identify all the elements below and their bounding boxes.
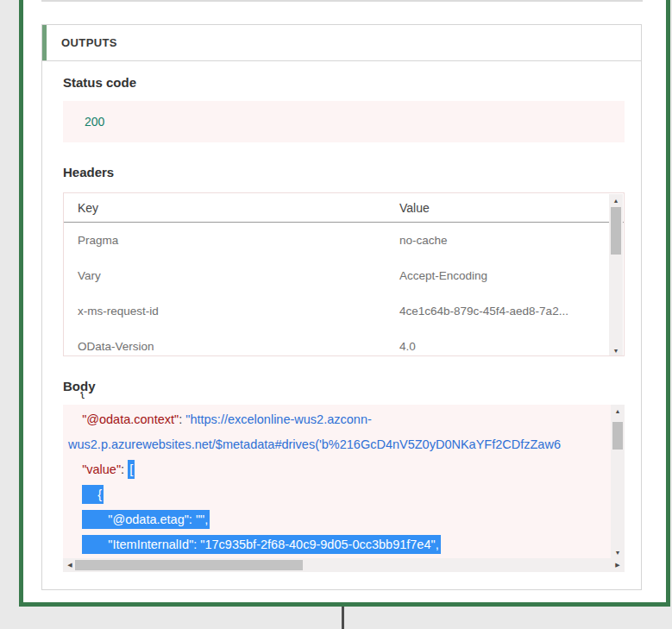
scroll-up-icon[interactable]: ▲ bbox=[609, 194, 623, 206]
json-text bbox=[68, 487, 82, 501]
scroll-down-icon[interactable]: ▼ bbox=[611, 546, 625, 558]
body-json-line: wus2.p.azurewebsites.net/$metadata#drive… bbox=[68, 432, 611, 457]
header-row: VaryAccept-Encoding bbox=[64, 258, 624, 293]
json-text: "https://excelonline-wus2.azconn- bbox=[185, 412, 372, 426]
scroll-down-icon[interactable]: ▼ bbox=[609, 344, 623, 356]
headers-table-head: Key Value bbox=[64, 193, 624, 223]
header-value-cell: Accept-Encoding bbox=[399, 269, 624, 282]
header-key-cell: Pragma bbox=[64, 234, 399, 247]
headers-table: Key Value Pragmano-cacheVaryAccept-Encod… bbox=[63, 192, 625, 356]
headers-table-vertical-scrollbar[interactable]: ▲ ▼ bbox=[609, 194, 623, 356]
body-json-line: "@odata.context": "https://excelonline-w… bbox=[68, 407, 611, 432]
json-text bbox=[68, 513, 82, 526]
selected-json-text: { bbox=[82, 485, 104, 504]
outputs-card: OUTPUTS Status code 200 Headers Key Valu… bbox=[41, 24, 642, 590]
flow-run-canvas: OUTPUTS Status code 200 Headers Key Valu… bbox=[0, 0, 672, 629]
body-json-line: "value": [ bbox=[68, 457, 611, 482]
json-text bbox=[68, 412, 82, 426]
selected-json-text: "@odata.etag": "", bbox=[82, 510, 210, 529]
body-vertical-scrollbar[interactable]: ▲ ▼ bbox=[611, 405, 625, 558]
key-column-header: Key bbox=[64, 201, 399, 215]
body-code[interactable]: "@odata.context": "https://excelonline-w… bbox=[63, 405, 611, 558]
body-horizontal-scrollbar[interactable]: ◀ ▶ bbox=[63, 558, 625, 572]
header-row: Pragmano-cache bbox=[64, 223, 624, 258]
outputs-accent-bar bbox=[42, 25, 47, 60]
outputs-section-header: OUTPUTS bbox=[42, 25, 641, 61]
headers-table-rows: Pragmano-cacheVaryAccept-Encodingx-ms-re… bbox=[64, 223, 624, 356]
headers-label: Headers bbox=[63, 165, 114, 179]
value-column-header: Value bbox=[399, 201, 624, 215]
scroll-right-icon[interactable]: ▶ bbox=[611, 558, 625, 572]
json-text: "@odata.context" bbox=[82, 412, 179, 426]
json-text: : bbox=[121, 462, 128, 476]
json-text bbox=[68, 538, 82, 551]
flow-connector-line bbox=[342, 607, 344, 629]
clipped-json-brace: { bbox=[80, 392, 91, 403]
body-raw-output-box: "@odata.context": "https://excelonline-w… bbox=[63, 405, 625, 572]
outputs-section-title: OUTPUTS bbox=[61, 36, 117, 49]
header-key-cell: Vary bbox=[64, 269, 399, 282]
json-text: wus2.p.azurewebsites.net/$metadata#drive… bbox=[68, 437, 561, 451]
upper-card-divider bbox=[41, 0, 643, 2]
header-value-cell: 4ce1c64b-879c-45f4-aed8-7a2... bbox=[399, 305, 624, 318]
selected-json-text: [ bbox=[128, 460, 135, 479]
body-json-line: { bbox=[68, 482, 611, 507]
json-text bbox=[68, 462, 82, 476]
headers-scrollbar-thumb[interactable] bbox=[611, 207, 621, 255]
status-code-box: 200 bbox=[63, 101, 625, 142]
header-key-cell: x-ms-request-id bbox=[64, 305, 399, 318]
status-code-value: 200 bbox=[85, 115, 104, 129]
scroll-up-icon[interactable]: ▲ bbox=[611, 405, 625, 417]
body-hscrollbar-thumb[interactable] bbox=[75, 560, 303, 570]
header-row: x-ms-request-id4ce1c64b-879c-45f4-aed8-7… bbox=[64, 293, 624, 329]
body-json-line: "@odata.etag": "", bbox=[68, 507, 611, 532]
body-vscrollbar-thumb[interactable] bbox=[612, 422, 623, 450]
selected-json-text: "ItemInternalId": "17c935bf-2f68-40c9-9d… bbox=[82, 535, 441, 554]
header-key-cell: OData-Version bbox=[64, 340, 399, 353]
body-json-line: "ItemInternalId": "17c935bf-2f68-40c9-9d… bbox=[68, 532, 611, 557]
header-value-cell: no-cache bbox=[399, 234, 624, 247]
json-text: "value" bbox=[82, 462, 121, 476]
header-value-cell: 4.0 bbox=[399, 340, 624, 353]
header-row: OData-Version4.0 bbox=[64, 329, 624, 356]
status-code-label: Status code bbox=[63, 75, 136, 90]
